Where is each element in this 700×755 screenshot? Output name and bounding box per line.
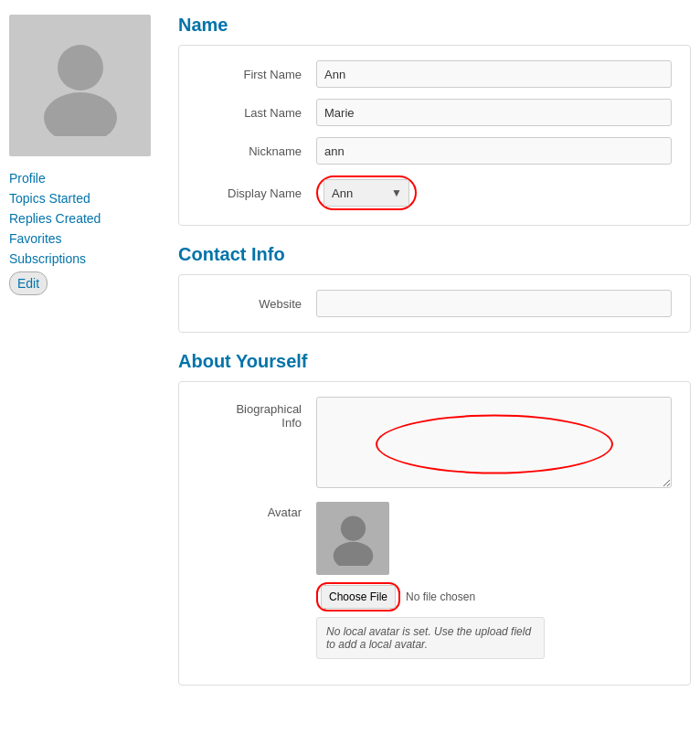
sidebar-navigation: Profile Topics Started Replies Created F… <box>9 171 169 295</box>
contact-section-title: Contact Info <box>178 244 691 265</box>
bio-row: BiographicalInfo <box>197 397 672 491</box>
sidebar-link-favorites[interactable]: Favorites <box>9 231 62 246</box>
sidebar-avatar <box>9 15 151 156</box>
file-input-row: Choose File No file chosen <box>316 582 545 611</box>
bio-textarea[interactable] <box>316 397 672 488</box>
website-input[interactable] <box>316 290 672 317</box>
choose-file-circle-highlight: Choose File <box>316 582 400 611</box>
last-name-row: Last Name <box>197 99 672 126</box>
avatar-image-preview <box>316 502 389 575</box>
about-section-title: About Yourself <box>178 351 691 372</box>
sidebar-item-profile[interactable]: Profile <box>9 171 169 186</box>
sidebar-item-topics-started[interactable]: Topics Started <box>9 191 169 206</box>
contact-form-card: Website <box>178 274 691 333</box>
about-form-card: BiographicalInfo Avatar <box>178 381 691 686</box>
nickname-input[interactable] <box>316 137 672 165</box>
bio-wrapper <box>316 397 672 491</box>
name-form-card: First Name Last Name Nickname Display Na… <box>178 45 691 226</box>
sidebar-item-replies-created[interactable]: Replies Created <box>9 211 169 226</box>
sidebar-link-profile[interactable]: Profile <box>9 171 46 186</box>
name-section-title: Name <box>178 15 691 36</box>
sidebar-item-edit[interactable]: Edit <box>9 271 169 295</box>
sidebar-link-edit[interactable]: Edit <box>17 276 39 291</box>
sidebar-item-subscriptions[interactable]: Subscriptions <box>9 251 169 266</box>
sidebar: Profile Topics Started Replies Created F… <box>9 15 169 704</box>
bio-label: BiographicalInfo <box>197 397 316 430</box>
file-chosen-text: No file chosen <box>406 590 475 603</box>
avatar-row: Avatar Choose File No file chosen <box>197 502 672 659</box>
website-label: Website <box>197 297 316 311</box>
choose-file-button[interactable]: Choose File <box>321 585 396 609</box>
website-row: Website <box>197 290 672 317</box>
last-name-input[interactable] <box>316 99 672 126</box>
main-content: Name First Name Last Name Nickname Displ… <box>169 15 691 704</box>
svg-point-1 <box>44 92 117 136</box>
display-name-select[interactable]: Ann Marie ann Ann Marie <box>323 179 409 207</box>
avatar-content: Choose File No file chosen No local avat… <box>316 502 545 659</box>
avatar-notice: No local avatar is set. Use the upload f… <box>316 617 545 659</box>
display-name-row: Display Name Ann Marie ann Ann Marie ▼ <box>197 175 672 210</box>
svg-point-2 <box>340 516 365 540</box>
display-name-label: Display Name <box>197 186 316 200</box>
sidebar-link-topics-started[interactable]: Topics Started <box>9 191 90 206</box>
display-name-select-wrapper: Ann Marie ann Ann Marie ▼ <box>323 179 409 207</box>
nickname-label: Nickname <box>197 144 316 158</box>
svg-point-0 <box>58 45 103 90</box>
first-name-label: First Name <box>197 68 316 81</box>
avatar-label: Avatar <box>197 502 316 519</box>
last-name-label: Last Name <box>197 106 316 120</box>
nickname-row: Nickname <box>197 137 672 165</box>
sidebar-link-subscriptions[interactable]: Subscriptions <box>9 251 86 266</box>
first-name-row: First Name <box>197 60 672 88</box>
sidebar-item-favorites[interactable]: Favorites <box>9 231 169 246</box>
display-name-circle-highlight: Ann Marie ann Ann Marie ▼ <box>316 175 417 210</box>
first-name-input[interactable] <box>316 60 672 88</box>
svg-point-3 <box>333 542 373 566</box>
sidebar-link-replies-created[interactable]: Replies Created <box>9 211 101 226</box>
